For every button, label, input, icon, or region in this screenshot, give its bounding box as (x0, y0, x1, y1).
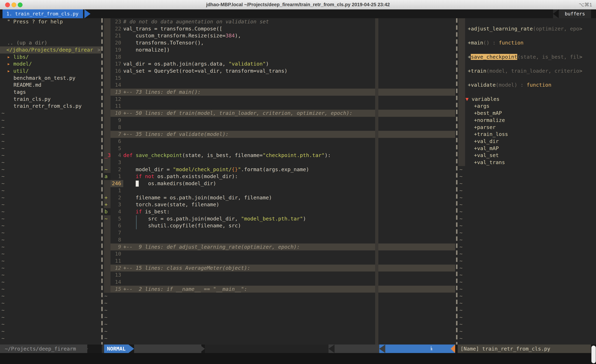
tilde-row: ~ (0, 229, 101, 236)
tree-item-updir[interactable]: .. (up a dir) (0, 39, 101, 46)
tree-root-path-label: </jdhao/Projects/deep_firear (6, 47, 93, 53)
tree-item-README-md[interactable]: README.md (0, 81, 101, 89)
line-number: 246 (111, 180, 121, 187)
fold-line[interactable]: 7+-- 35 lines: def validate(model): (104, 131, 455, 138)
window-separator[interactable] (101, 18, 103, 344)
tilde-row: ~ (458, 257, 596, 265)
code-line[interactable]: 1 (104, 187, 455, 194)
tag-item-train[interactable]: +train(model, train_loader, criterio> (458, 67, 596, 75)
tree-item-train_retr_from_cls-py[interactable]: train_retr_from_cls.py (0, 103, 101, 110)
tilde-row: ~ (458, 279, 596, 286)
tag-item-parser[interactable]: +parser (458, 124, 596, 131)
tilde-row: ~ (0, 159, 101, 166)
tag-item-adjust_learning_rate[interactable]: +adjust_learning_rate(optimizer, epo> (458, 25, 596, 32)
code-line[interactable]: 5 (104, 145, 455, 152)
code-line[interactable]: 23# do not do data augmentation on valid… (104, 18, 455, 25)
tilde-row: ~ (0, 222, 101, 229)
tag-item-best_mAP[interactable]: +best_mAP (458, 110, 596, 117)
tag-item-args[interactable]: +args (458, 103, 596, 110)
code-text: custom_transform.Resize(size=384), (123, 32, 241, 39)
code-token: normalize]) (123, 47, 170, 53)
cursor-line[interactable]: 246 os.makedirs(model_dir) (104, 180, 455, 187)
tree-item-train_cls-py[interactable]: train_cls.py (0, 96, 101, 103)
tag-item-main[interactable]: +main() : function (458, 39, 596, 46)
code-line[interactable]: 11 (104, 103, 455, 110)
code-line[interactable]: 8 (104, 236, 455, 243)
tag-item-train_loss[interactable]: +train_loss (458, 131, 596, 138)
code-token: def (123, 152, 136, 158)
code-line[interactable]: _34def save_checkpoint(state, is_best, f… (104, 152, 455, 159)
code-line[interactable]: ~2 model_dir = "model/check_point/{}".fo… (104, 166, 455, 173)
tag-item-validate[interactable]: +validate(model) : function (458, 81, 596, 89)
window-separator[interactable] (456, 18, 457, 344)
code-line[interactable]: a1 if not os.path.exists(model_dir): (104, 173, 455, 180)
code-line[interactable]: +2 filename = os.path.join(model_dir, fi… (104, 194, 455, 201)
tilde-row: ~ (0, 173, 101, 180)
tab-train-retr-from-cls[interactable]: 1. train_retr_from_cls.py (2, 9, 83, 18)
code-line[interactable]: 15 (104, 75, 455, 82)
tag-item-val_mAP[interactable]: +val_mAP (458, 145, 596, 152)
fold-line[interactable]: 10+-- 50 lines: def train(model, train_l… (104, 110, 455, 117)
code-line[interactable]: 6 shutil.copyfile(filename, src) (104, 222, 455, 229)
tree-help-row[interactable]: " Press ? for help (0, 18, 101, 25)
code-line[interactable]: 17val_dir = os.path.join(args.data, "val… (104, 60, 455, 67)
code-line[interactable]: 11 (104, 257, 455, 265)
code-line[interactable]: +3 torch.save(state, filename) (104, 201, 455, 208)
tilde-row: ~ (0, 250, 101, 257)
tag-section-variables[interactable]: ▼ variables (458, 96, 596, 103)
fold-line[interactable]: 9+-- 9 lines: def adjust_learning_rate(o… (104, 243, 455, 251)
fold-line[interactable]: 12+-- 15 lines: class AverageMeter(objec… (104, 265, 455, 272)
code-line[interactable]: 22val_trans = transforms.Compose([ (104, 25, 455, 32)
editor-panel[interactable]: 23# do not do data augmentation on valid… (104, 18, 455, 344)
code-line[interactable]: 20 transforms.ToTensor(), (104, 39, 455, 46)
code-line[interactable]: 8 (104, 124, 455, 131)
code-line[interactable]: 6 (104, 138, 455, 145)
code-line[interactable]: 3 (104, 159, 455, 166)
code-line[interactable]: 18 (104, 53, 455, 61)
tree-item-tags[interactable]: tags (0, 89, 101, 96)
tree-item-model[interactable]: ▸ model/ (0, 60, 101, 67)
code-line[interactable]: 10 (104, 250, 455, 257)
tilde-marker: ~ (0, 335, 4, 341)
tree-item-util[interactable]: ▸ util/ (0, 67, 101, 75)
tag-item-val_trans[interactable]: +val_trans (458, 159, 596, 166)
code-line[interactable]: 9 (104, 117, 455, 124)
statusline-sliver (102, 344, 104, 353)
code-line[interactable]: 7 (104, 229, 455, 236)
code-line[interactable]: ~5 src = os.path.join(model_dir, "model_… (104, 215, 455, 222)
line-number: 2 (111, 166, 121, 173)
tilde-marker: ~ (0, 152, 4, 158)
truncation-icon: > (579, 54, 582, 60)
code-line[interactable]: 16val_set = QuerySet(root=val_dir, trans… (104, 67, 455, 75)
tilde-marker: ~ (104, 293, 107, 299)
tagbar-panel[interactable]: +adjust_learning_rate(optimizer, epo>+ma… (458, 18, 596, 344)
code-text: torch.save(state, filename) (123, 201, 219, 208)
tree-root-path[interactable]: </jdhao/Projects/deep_firear> (0, 46, 101, 53)
scrollbar-thumb[interactable] (591, 346, 596, 363)
fold-text: +-- 15 lines: class AverageMeter(object)… (123, 265, 250, 272)
nerdtree-panel[interactable]: " Press ? for help.. (up a dir)</jdhao/P… (0, 18, 101, 344)
code-line[interactable]: 12 (104, 96, 455, 103)
tagbar-statusline: [Name] train_retr_from_cls.py (458, 344, 594, 353)
code-line[interactable]: 14 (104, 81, 455, 89)
tree-item-benchmark_on_test-py[interactable]: benchmark_on_test.py (0, 75, 101, 82)
tag-prefix: + (468, 54, 471, 60)
tag-item-val_dir[interactable]: +val_dir (458, 138, 596, 145)
line-number: 22 (111, 25, 121, 32)
code-line[interactable]: b4 if is_best: (104, 208, 455, 215)
tilde-marker: ~ (0, 258, 4, 264)
code-text: transforms.ToTensor(), (123, 39, 204, 46)
code-line[interactable]: 13 (104, 271, 455, 279)
tree-item-libs[interactable]: ▸ libs/ (0, 53, 101, 61)
fold-line[interactable]: 15+-- 2 lines: if __name__ == "__main__"… (104, 286, 455, 293)
tag-item-save_checkpoint[interactable]: +save_checkpoint(state, is_best, fil> (458, 53, 596, 61)
code-line[interactable]: 21 custom_transform.Resize(size=384), (104, 32, 455, 39)
fold-text: +-- 50 lines: def train(model, train_loa… (123, 110, 352, 117)
code-line[interactable]: 14 (104, 279, 455, 286)
tilde-row: ~ (0, 314, 101, 321)
command-line[interactable] (0, 353, 596, 364)
code-line[interactable]: 19 normalize]) (104, 46, 455, 53)
tag-item-val_set[interactable]: +val_set (458, 152, 596, 159)
fold-line[interactable]: 13+-- 73 lines: def main(): (104, 89, 455, 96)
tag-item-normalize[interactable]: +normalize (458, 117, 596, 124)
